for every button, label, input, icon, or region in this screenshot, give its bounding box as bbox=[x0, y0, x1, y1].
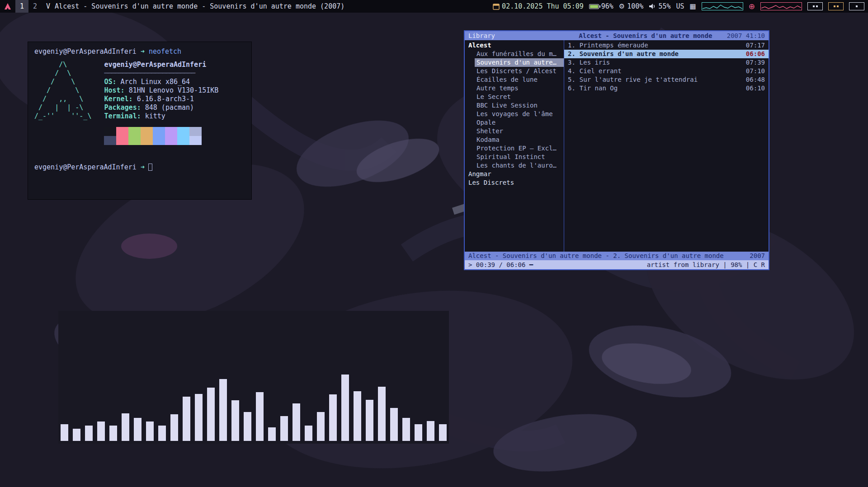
library-item[interactable]: Opale bbox=[465, 118, 564, 127]
palette-swatch bbox=[153, 136, 165, 145]
library-item[interactable]: Spiritual Instinct bbox=[465, 153, 564, 161]
player-flags-text: artist from library | 98% | C R bbox=[647, 261, 765, 269]
visualizer-bar bbox=[231, 400, 239, 441]
palette-swatch bbox=[128, 127, 141, 136]
track-row[interactable]: 1. Printemps émeraude 07:17 bbox=[564, 41, 769, 50]
track-row[interactable]: 5. Sur l'autre rive je t'attendrai 06:48 bbox=[564, 75, 769, 84]
workspace-button[interactable]: 1 bbox=[15, 0, 28, 13]
visualizer-bar bbox=[170, 414, 178, 441]
speaker-icon bbox=[649, 3, 656, 9]
palette-swatch bbox=[141, 127, 153, 136]
prompt-line: evgeniy@PerAsperaAdInferi ➜ neofetch bbox=[34, 47, 245, 56]
neofetch-field: Terminal: kitty bbox=[104, 112, 218, 121]
library-item[interactable]: Kodama bbox=[465, 136, 564, 144]
visualizer-bar bbox=[73, 429, 80, 441]
tray-widget-2 bbox=[828, 2, 844, 10]
palette-swatch bbox=[153, 127, 165, 136]
visualizer-bar bbox=[415, 424, 422, 441]
tray-widget-3 bbox=[849, 2, 864, 10]
library-item[interactable]: Souvenirs d'un autre… bbox=[475, 58, 564, 67]
track-title: Printemps émeraude bbox=[580, 41, 648, 50]
palette-swatch bbox=[104, 136, 116, 145]
track-duration: 06:10 bbox=[746, 84, 765, 93]
workspace-button[interactable]: 2 bbox=[28, 0, 42, 13]
track-row[interactable]: 2. Souvenirs d'un autre monde 06:06 bbox=[564, 50, 769, 58]
track-title: Tir nan Og bbox=[580, 84, 618, 93]
palette-swatch bbox=[165, 127, 177, 136]
neofetch-title: evgeniy@PerAsperaAdInferi bbox=[104, 61, 218, 69]
keyboard-layout-text: US bbox=[676, 2, 684, 10]
progress-bar[interactable]: > 00:39 / 06:06 ━ artist from library | … bbox=[465, 260, 769, 269]
track-duration: 06:06 bbox=[746, 50, 765, 58]
visualizer-bar bbox=[122, 413, 129, 441]
terminal-window[interactable]: evgeniy@PerAsperaAdInferi ➜ neofetch /\ … bbox=[28, 42, 252, 200]
palette-swatch bbox=[165, 136, 177, 145]
audio-visualizer-window[interactable] bbox=[58, 311, 449, 444]
library-item[interactable]: Alcest bbox=[465, 41, 564, 50]
visualizer-bar bbox=[146, 421, 154, 441]
library-item[interactable]: Le Secret bbox=[465, 93, 564, 101]
volume-widget[interactable]: 55% bbox=[649, 2, 670, 10]
track-number: 2. bbox=[568, 50, 576, 58]
now-playing-bar: Alcest - Souvenirs d'un autre monde - 2.… bbox=[465, 252, 769, 260]
visualizer-bar bbox=[158, 426, 166, 441]
library-item[interactable]: Aux funérailles du m… bbox=[465, 50, 564, 58]
visualizer-bar bbox=[97, 421, 105, 441]
now-playing-year: 2007 bbox=[750, 252, 765, 260]
focused-window-title: Alcest - Souvenirs d'un autre monde - So… bbox=[55, 2, 344, 10]
track-title: Les iris bbox=[580, 58, 610, 67]
visualizer-bar bbox=[109, 426, 117, 441]
visualizer-bar bbox=[354, 391, 361, 441]
track-duration: 07:39 bbox=[746, 58, 765, 67]
track-number: 1. bbox=[568, 41, 576, 50]
neofetch-field: OS: Arch Linux x86_64 bbox=[104, 78, 218, 86]
volume-percent: 55% bbox=[658, 2, 670, 10]
track-row[interactable]: 3. Les iris 07:39 bbox=[564, 58, 769, 67]
library-item[interactable]: Les chants de l'auro… bbox=[465, 161, 564, 170]
library-item[interactable]: Shelter bbox=[465, 127, 564, 136]
palette-swatch bbox=[177, 136, 189, 145]
terminal-cursor bbox=[148, 164, 152, 171]
visualizer-bar bbox=[366, 400, 373, 441]
prompt-line-input[interactable]: evgeniy@PerAsperaAdInferi ➜ bbox=[34, 163, 245, 172]
keyboard-layout-widget[interactable]: US bbox=[676, 2, 684, 10]
command-text: neofetch bbox=[149, 47, 181, 56]
neofetch-field: Host: 81HN Lenovo V130-15IKB bbox=[104, 86, 218, 95]
battery-icon bbox=[589, 4, 599, 9]
terminal-color-palette bbox=[104, 127, 218, 145]
cpu-graph-widget bbox=[760, 2, 802, 10]
library-item[interactable]: BBC Live Session bbox=[465, 101, 564, 110]
player-header-bar: Library Alcest - Souvenirs d'un autre mo… bbox=[465, 31, 769, 40]
library-item[interactable]: Les Discrets bbox=[465, 178, 564, 187]
visualizer-bar bbox=[134, 418, 142, 441]
palette-swatch bbox=[116, 136, 128, 145]
crosshair-icon: ⊕ bbox=[749, 2, 755, 11]
visualizer-bar bbox=[292, 403, 300, 441]
music-player-window[interactable]: Library Alcest - Souvenirs d'un autre mo… bbox=[464, 30, 769, 270]
arch-logo-icon bbox=[0, 2, 15, 10]
grid-icon: ▦ bbox=[690, 2, 696, 10]
clock-widget[interactable]: 02.10.2025 Thu 05:09 bbox=[493, 2, 584, 10]
neofetch-ascii-logo: /\ / \ / \ / \ / ,, \ / | | -\ /_-'' ''-… bbox=[34, 61, 91, 145]
library-item[interactable]: Les voyages de l'âme bbox=[465, 110, 564, 118]
track-duration: 07:10 bbox=[746, 67, 765, 75]
track-title: Sur l'autre rive je t'attendrai bbox=[580, 75, 698, 84]
library-item[interactable]: Protection EP – Excl… bbox=[465, 144, 564, 153]
library-item[interactable]: Les Discrets / Alcest bbox=[465, 67, 564, 75]
visualizer-bar bbox=[427, 421, 434, 441]
neofetch-info: evgeniy@PerAsperaAdInferi ──────────────… bbox=[104, 61, 218, 145]
library-item[interactable]: Angmar bbox=[465, 170, 564, 178]
palette-swatch bbox=[189, 136, 202, 145]
track-number: 6. bbox=[568, 84, 576, 93]
datetime-text: 02.10.2025 Thu 05:09 bbox=[502, 2, 584, 10]
neofetch-output: /\ / \ / \ / \ / ,, \ / | | -\ /_-'' ''-… bbox=[34, 61, 245, 145]
track-row[interactable]: 6. Tir nan Og 06:10 bbox=[564, 84, 769, 93]
track-row[interactable]: 4. Ciel errant 07:10 bbox=[564, 67, 769, 75]
track-number: 5. bbox=[568, 75, 576, 84]
calendar-icon bbox=[493, 3, 500, 10]
visualizer-bar bbox=[305, 426, 312, 441]
visualizer-bar bbox=[280, 416, 288, 441]
library-item[interactable]: Écailles de lune bbox=[465, 75, 564, 84]
visualizer-bar bbox=[195, 394, 203, 441]
library-item[interactable]: Autre temps bbox=[465, 84, 564, 93]
